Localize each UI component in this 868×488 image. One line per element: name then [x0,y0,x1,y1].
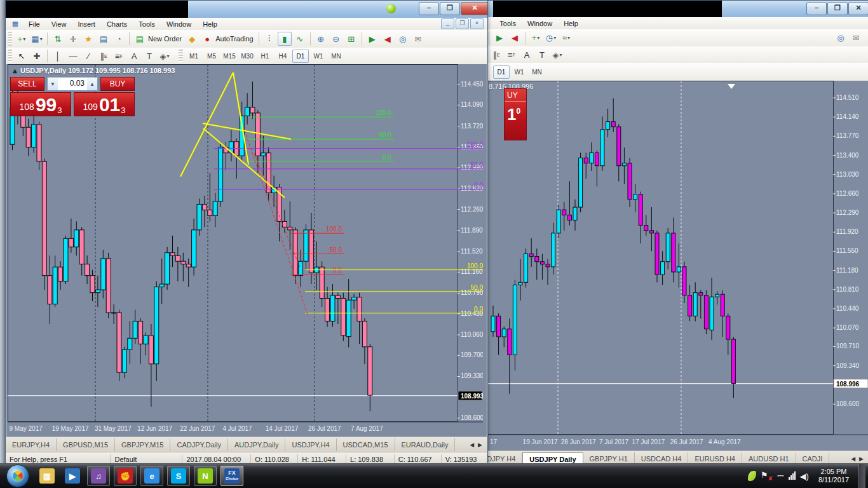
arrows-tool-icon[interactable]: ◈▾ [158,49,172,63]
chart-tab-gbpjpy-m15[interactable]: GBPJPY,M15 [115,438,170,451]
find-symbol-icon[interactable]: ◎ [396,32,410,46]
new-order-icon[interactable]: ▤ [133,32,147,46]
show-desktop-button[interactable] [858,464,865,488]
vertical-line-icon[interactable]: │ [51,49,65,63]
toolbar-grip[interactable] [179,50,183,63]
next-tab-button[interactable]: ▶ [859,456,864,462]
new-chart-icon[interactable]: +▾ [15,32,29,46]
taskbar-item-skype[interactable]: S [167,466,190,486]
candlestick-mode-icon[interactable]: ▮ [278,32,292,46]
text-label-icon[interactable]: T [535,48,549,62]
market-watch-icon[interactable]: ⇅ [51,32,65,46]
maximize-button[interactable]: ❐ [440,2,460,15]
network-signal-icon[interactable] [789,472,796,480]
fibonacci-icon[interactable]: ≡F [112,49,126,63]
mdi-minimize-button[interactable]: _ [441,18,454,29]
periods-icon[interactable]: ◷▾ [544,31,558,45]
equidistant-channel-icon[interactable]: ∥E [97,49,111,63]
timeframe-m5[interactable]: M5 [203,50,220,63]
expert-advisors-icon[interactable]: ◆ [185,32,199,46]
chart-tab-usdjpy-h4[interactable]: USDJPY,H4 [285,438,336,451]
taskbar-item-windows-explorer[interactable]: ▥ [36,466,58,485]
text-icon[interactable]: A [520,48,534,62]
timeframe-h1[interactable]: H1 [257,50,273,63]
taskbar-item-nexus-app[interactable]: N [194,466,217,486]
timeframe-w1[interactable]: W1 [511,65,527,79]
sell-price-display[interactable]: 108993 [10,92,71,116]
arrows-tool-icon[interactable]: ◈▾ [550,48,564,62]
taskbar-item-fx-choice-mt4[interactable]: FXChoice [220,466,243,486]
left-chart-area[interactable]: 114.450114.090113.720113.350112.990112.6… [6,64,487,437]
autotrading-icon[interactable]: ● [200,32,214,46]
chart-tab-usdcad-m15[interactable]: USDCAD,M15 [337,438,395,451]
equidistant-channel-icon[interactable]: ∥E [489,48,503,62]
menu-item-file[interactable]: File [23,19,46,29]
minimize-button[interactable]: – [806,2,827,15]
text-icon[interactable]: A [127,49,141,63]
speaker-icon[interactable]: ◀) [800,471,809,481]
zoom-out-icon[interactable]: ⊖ [329,32,343,46]
menu-item-window[interactable]: Window [522,18,558,29]
timeframe-w1[interactable]: W1 [310,50,327,63]
timeframe-m15[interactable]: M15 [221,50,238,63]
menu-item-tools[interactable]: Tools [133,19,161,29]
menu-item-window[interactable]: Window [161,19,197,29]
chart-shift-icon[interactable]: ▶ [492,31,506,45]
timeframe-mn[interactable]: MN [529,65,545,79]
left-titlebar[interactable]: – ❐ ✕ [6,1,487,18]
auto-scroll-icon[interactable]: ◀ [381,32,395,46]
menu-item-charts[interactable]: Charts [101,19,133,29]
right-buy-button-partial[interactable]: UY 10 [504,88,527,140]
toolbar-grip[interactable] [8,50,12,63]
timeframe-d1[interactable]: D1 [292,50,309,63]
text-label-icon[interactable]: T [142,49,156,63]
menu-item-view[interactable]: View [46,19,72,29]
volume-down-button[interactable]: ▼ [48,78,58,90]
close-button[interactable]: ✕ [461,2,487,15]
right-chart-area[interactable]: 114.510114.140113.770113.400113.030112.6… [487,81,868,451]
timeframe-h4[interactable]: H4 [275,50,291,63]
strategy-tester-icon[interactable]: ◔ [112,32,126,46]
buy-button[interactable]: BUY [100,77,135,91]
chart-tab-cadjpy-daily[interactable]: CADJPY,Daily [170,438,228,451]
chart-tab-gbpusd-m15[interactable]: GBPUSD,M15 [57,438,115,451]
chart-tab-audjpy-daily[interactable]: AUDJPY,Daily [228,438,286,451]
menu-item-help[interactable]: Help [197,19,223,29]
minimize-button[interactable]: – [419,2,439,15]
close-button[interactable]: ✕ [848,2,868,15]
taskbar-item-media-library[interactable]: ♫ [87,466,110,486]
navigator-icon[interactable]: ★ [81,32,95,46]
right-titlebar[interactable]: – ❐ ✕ [471,1,868,18]
timeframe-d1[interactable]: D1 [493,65,510,79]
line-chart-mode-icon[interactable]: ∿ [293,32,307,46]
chat-icon[interactable]: ✉ [411,32,425,46]
maximize-button[interactable]: ❐ [827,2,848,15]
buy-price-display[interactable]: 109013 [74,92,135,116]
chart-tab-euraud-daily[interactable]: EURAUD,Daily [395,438,456,451]
taskbar-item-red-app[interactable]: ✊ [114,466,137,486]
new-chart-icon[interactable]: +▾ [529,31,543,45]
auto-scroll-icon[interactable]: ◀ [508,31,522,45]
trendline-icon[interactable]: ∕ [81,49,95,63]
taskbar-item-media-player[interactable]: ▶ [62,466,83,485]
zoom-in-icon[interactable]: ⊕ [314,32,328,46]
menu-item-tools[interactable]: Tools [494,18,522,29]
mdi-restore-button[interactable]: ❐ [456,18,469,29]
crosshair-icon[interactable]: ✚ [30,49,44,63]
template-icon[interactable]: ≈▾ [559,31,573,45]
horizontal-line-icon[interactable]: — [66,49,80,63]
next-tab-button[interactable]: ▶ [478,442,482,448]
bar-chart-mode-icon[interactable]: ⫶ [262,32,276,46]
action-center-icon[interactable]: ⚑✘ [761,470,773,482]
timeframe-m1[interactable]: M1 [186,50,202,63]
start-button[interactable] [6,464,29,487]
taskbar-item-internet-explorer[interactable]: e [140,466,163,486]
prev-tab-button[interactable]: ◀ [851,456,855,462]
prev-tab-button[interactable]: ◀ [470,442,474,448]
menu-item-help[interactable]: Help [558,18,584,29]
volume-input[interactable]: 0.03 [58,78,87,90]
menu-item-insert[interactable]: Insert [72,19,101,29]
power-plug-icon[interactable]: ⎓ [777,471,783,481]
tile-windows-icon[interactable]: ⊞ [344,32,358,46]
tray-leaf-icon[interactable] [748,471,756,481]
